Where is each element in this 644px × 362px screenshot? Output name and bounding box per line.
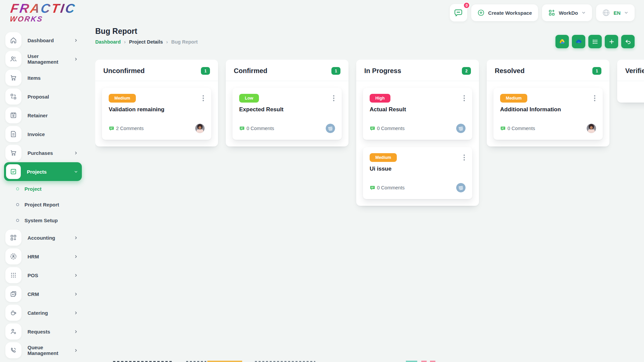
sidebar-item-hrm[interactable]: HRM [4,247,82,266]
sidebar-item-user-management[interactable]: User Management [4,50,82,68]
sidebar-item-projects[interactable]: Projects [4,162,82,181]
chevron-right-icon [73,254,78,259]
sidebar-item-items[interactable]: Items [4,68,82,87]
sidebar-item-retainer[interactable]: Retainer [4,106,82,125]
priority-badge: Low [239,94,259,103]
workspace-avatar[interactable] [456,183,466,192]
brand-logo[interactable]: FRACTIC WORKS [9,2,77,23]
column-count-badge: 1 [201,67,210,75]
onedrive-button[interactable] [572,35,585,48]
comments-count: 0 Comments [239,126,274,131]
bottom-cut-content [0,360,644,362]
grid-plus-icon [5,230,21,246]
plus-circle-icon [477,9,485,16]
sidebar-item-crm[interactable]: CRM [4,285,82,303]
comment-icon [370,126,375,131]
retainer-icon [5,107,21,123]
workspace-label: WorkDo [559,10,578,16]
sidebar-item-proposal[interactable]: Proposal [4,87,82,106]
workspace-switcher[interactable]: WorkDo [542,4,592,21]
task-card[interactable]: High Actual Result 0 Comments [363,88,472,140]
messages-count-badge: 0 [463,2,470,9]
invoice-icon [5,126,21,142]
check-square-icon [6,164,21,179]
comment-icon [370,185,375,191]
sidebar-item-purchases[interactable]: Purchases [4,143,82,162]
column-unconfirmed: Unconfirmed 1 Medium Validation remainin… [95,60,218,146]
column-count-badge: 1 [592,67,601,75]
task-card[interactable]: Medium Ui issue 0 Comments [363,147,472,199]
breadcrumb-dashboard[interactable]: Dashboard [95,39,121,45]
user-plus-icon [5,323,21,340]
board-toolbar [555,35,635,48]
sidebar-item-queue-management[interactable]: Queue Management [4,341,82,360]
sidebar-item-catering[interactable]: Catering [4,303,82,322]
task-card[interactable]: Medium Validation remaining 2 Comments [102,88,211,140]
sidebar-item-dashboard[interactable]: Dashboard [4,31,82,50]
workspace-grid-icon [548,9,555,16]
page-title: Bug Report [95,27,635,36]
column-count-badge: 1 [331,67,340,75]
column-title: Unconfirmed [103,67,145,75]
language-selector[interactable]: EN [596,4,635,21]
card-menu-icon[interactable] [463,94,466,103]
card-title: Additional Information [500,106,596,113]
comments-count: 0 Comments [370,185,405,191]
card-title: Ui issue [370,166,466,172]
add-button[interactable] [605,35,618,48]
brand-line2: WORKS [9,15,75,23]
sidebar-item-invoice[interactable]: Invoice [4,125,82,143]
messages-button[interactable]: 0 [450,4,467,21]
column-resolved: Resolved 1 Medium Additional Information… [487,60,609,146]
create-workspace-label: Create Workspace [488,10,532,16]
brand-line1: FRACTIC [10,2,77,15]
card-menu-icon[interactable] [332,94,335,103]
globe-icon [602,9,610,17]
priority-badge: Medium [500,94,527,103]
sidebar-subitem-system-setup[interactable]: System Setup [4,213,82,228]
chevron-down-icon [73,170,78,174]
priority-badge: Medium [370,153,397,162]
create-workspace-button[interactable]: Create Workspace [471,4,538,21]
column-verified: Verified [617,60,644,103]
dots-grid-icon [5,267,21,283]
breadcrumb-project-details[interactable]: Project Details [129,39,163,45]
card-menu-icon[interactable] [593,94,596,103]
chevron-separator-icon: › [166,39,168,45]
bullet-icon [16,203,19,206]
chevron-right-icon [73,273,78,278]
sidebar-item-requests[interactable]: Requests [4,322,82,341]
sidebar-subitem-project-report[interactable]: Project Report [4,197,82,213]
column-in-progress: In Progress 2 High Actual Result 0 Comme… [356,60,479,206]
chevron-down-icon [624,10,629,15]
users-icon [5,51,21,67]
assignee-avatar[interactable] [587,124,596,133]
card-menu-icon[interactable] [202,94,205,103]
sidebar: Dashboard User Management Items Proposal… [4,31,82,360]
workspace-avatar[interactable] [326,124,335,133]
chevron-separator-icon: › [124,39,126,45]
list-view-button[interactable] [588,35,602,48]
back-button[interactable] [621,35,635,48]
column-title: Resolved [495,67,525,75]
card-title: Expected Result [239,106,335,113]
card-title: Actual Result [370,106,466,113]
task-card[interactable]: Medium Additional Information 0 Comments [493,88,603,140]
card-title: Validation remaining [109,106,205,113]
priority-badge: High [370,94,390,103]
workspace-avatar[interactable] [456,124,466,133]
sidebar-subitem-project[interactable]: Project [4,181,82,197]
sidebar-item-accounting[interactable]: Accounting [4,228,82,247]
chevron-right-icon [73,236,78,240]
cart-icon [5,145,21,161]
google-drive-button[interactable] [555,35,569,48]
chevron-right-icon [73,151,78,155]
sidebar-item-pos[interactable]: POS [4,266,82,285]
comments-count: 0 Comments [500,126,535,131]
card-menu-icon[interactable] [463,153,466,162]
column-confirmed: Confirmed 1 Low Expected Result 0 Commen… [226,60,348,146]
task-card[interactable]: Low Expected Result 0 Comments [232,88,342,140]
assignee-avatar[interactable] [195,124,205,133]
crm-icon [5,286,21,302]
chevron-right-icon [73,292,78,296]
